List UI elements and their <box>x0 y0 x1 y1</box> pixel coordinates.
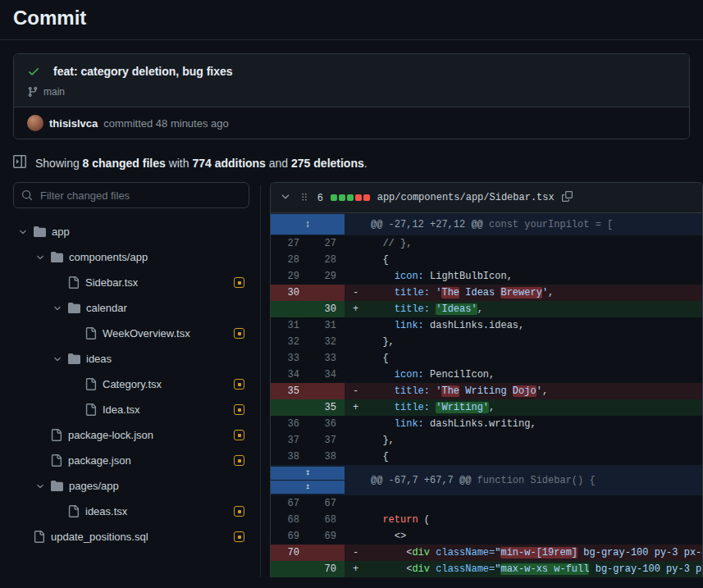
tree-item-app[interactable]: app <box>13 219 249 244</box>
diff-changes-count: 6 <box>317 192 323 203</box>
expand-hunk-button[interactable]: ↕ <box>271 214 345 235</box>
copy-icon <box>562 191 573 204</box>
code-line: icon: PencilIcon, <box>345 367 703 383</box>
expand-down-button[interactable]: ↧ <box>271 467 345 480</box>
new-line-number[interactable]: 37 <box>308 432 345 449</box>
old-line-number[interactable]: 36 <box>271 416 308 432</box>
old-line-number[interactable] <box>271 399 308 416</box>
code-line: { <box>345 350 703 367</box>
old-line-number[interactable] <box>271 561 308 577</box>
tree-item-ideas[interactable]: ideas <box>13 346 249 371</box>
branch-name[interactable]: main <box>43 86 65 98</box>
old-line-number[interactable]: 37 <box>271 432 308 449</box>
tree-item-label: Sidebar.tsx <box>85 276 138 289</box>
code-line: // }, <box>345 235 703 252</box>
tree-item-sidebar-tsx[interactable]: Sidebar.tsx <box>13 270 249 295</box>
old-line-number[interactable]: 31 <box>271 317 308 334</box>
diff-file-path[interactable]: app/components/app/Sidebar.tsx <box>377 192 555 203</box>
chevron-down-icon[interactable] <box>18 227 28 237</box>
old-line-number[interactable]: 30 <box>271 285 308 301</box>
tree-item-label: Idea.tsx <box>103 403 140 416</box>
tree-item-label: WeekOverview.tsx <box>103 327 190 340</box>
file-filter-input[interactable] <box>13 182 249 208</box>
file-tree-toggle-button[interactable] <box>13 155 26 171</box>
new-line-number[interactable]: 33 <box>308 350 345 367</box>
code-line: { <box>345 449 703 465</box>
modified-file-icon <box>234 506 244 517</box>
diff-line-ctx-68: 6868 return ( <box>271 512 703 528</box>
chevron-down-icon[interactable] <box>35 253 45 262</box>
collapse-file-button[interactable] <box>280 191 291 205</box>
grabber-icon <box>299 191 310 205</box>
code-line <box>345 495 703 512</box>
tree-item-idea-tsx[interactable]: Idea.tsx <box>13 397 249 422</box>
new-line-number[interactable]: 35 <box>308 399 345 416</box>
file-icon <box>84 403 97 416</box>
tree-item-calendar[interactable]: calendar <box>13 295 249 321</box>
tree-item-weekoverview-tsx[interactable]: WeekOverview.tsx <box>13 321 249 346</box>
old-line-number[interactable]: 35 <box>271 383 308 399</box>
avatar[interactable] <box>27 115 43 131</box>
file-icon <box>67 505 80 517</box>
tree-item-update-positions-sql[interactable]: update_positions.sql <box>13 524 249 549</box>
new-line-number[interactable]: 28 <box>308 252 345 268</box>
old-line-number[interactable]: 32 <box>271 334 308 350</box>
chevron-down-icon[interactable] <box>52 303 62 313</box>
old-line-number[interactable]: 67 <box>271 495 308 512</box>
old-line-number[interactable]: 68 <box>271 512 308 528</box>
commit-meta: thisislvca committed 48 minutes ago <box>14 107 689 139</box>
chevron-down-icon[interactable] <box>35 481 45 491</box>
code-line: <> <box>345 528 703 545</box>
diff-line-ctx-27: 2727 // }, <box>271 235 703 252</box>
expand-up-button[interactable]: ↥ <box>271 481 345 494</box>
old-line-number[interactable]: 70 <box>271 545 308 561</box>
new-line-number[interactable]: 34 <box>308 367 345 383</box>
tree-item-package-lock-json[interactable]: package-lock.json <box>13 422 249 448</box>
modified-file-icon <box>234 379 244 390</box>
old-line-number[interactable] <box>271 301 308 317</box>
old-line-number[interactable]: 34 <box>271 367 308 383</box>
new-line-number[interactable]: 68 <box>308 512 345 528</box>
chevron-down-icon <box>280 191 291 205</box>
new-line-number[interactable]: 67 <box>308 495 345 512</box>
tree-item-ideas-tsx[interactable]: ideas.tsx <box>13 499 249 524</box>
file-icon <box>67 276 80 289</box>
new-line-number[interactable] <box>308 383 345 399</box>
chevron-down-icon[interactable] <box>52 354 62 364</box>
new-line-number[interactable]: 36 <box>308 416 345 432</box>
diff-body: ↕@@ -27,12 +27,12 @@ const yourInpilot =… <box>271 213 702 577</box>
new-line-number[interactable] <box>308 545 345 561</box>
new-line-number[interactable]: 30 <box>308 301 345 317</box>
tree-item-category-tsx[interactable]: Category.tsx <box>13 371 249 397</box>
diff-file-header: 6 app/components/app/Sidebar.tsx <box>271 183 702 213</box>
old-line-number[interactable]: 28 <box>271 252 308 268</box>
new-line-number[interactable]: 38 <box>308 449 345 465</box>
new-line-number[interactable] <box>308 285 345 301</box>
folder-icon <box>68 353 80 365</box>
old-line-number[interactable]: 29 <box>271 268 308 285</box>
diff-line-add-35: 35+ title: 'Writing', <box>271 399 703 416</box>
new-line-number[interactable]: 70 <box>308 561 345 577</box>
tree-item-label: ideas <box>86 353 112 365</box>
tree-item-pages-app[interactable]: pages/app <box>13 473 249 499</box>
new-line-number[interactable]: 31 <box>308 317 345 334</box>
copy-path-button[interactable] <box>562 191 573 204</box>
new-line-number[interactable]: 69 <box>308 528 345 545</box>
tree-item-package-json[interactable]: package.json <box>13 448 249 473</box>
folder-icon <box>51 251 63 263</box>
old-line-number[interactable]: 38 <box>271 449 308 465</box>
old-line-number[interactable]: 69 <box>271 528 308 545</box>
diff-line-ctx-31: 3131 link: dashLinks.ideas, <box>271 317 703 334</box>
new-line-number[interactable]: 29 <box>308 268 345 285</box>
drag-handle[interactable] <box>299 191 310 205</box>
code-line: - title: 'The Ideas Brewery', <box>345 285 703 301</box>
tree-item-label: package.json <box>68 454 131 467</box>
commit-author[interactable]: thisislvca <box>49 117 98 130</box>
tree-item-components-app[interactable]: components/app <box>13 244 249 270</box>
new-line-number[interactable]: 27 <box>308 235 345 252</box>
old-line-number[interactable]: 27 <box>271 235 308 252</box>
old-line-number[interactable]: 33 <box>271 350 308 367</box>
tree-resize-handle[interactable] <box>260 185 261 577</box>
diff-line-ctx-32: 3232 }, <box>271 334 703 350</box>
new-line-number[interactable]: 32 <box>308 334 345 350</box>
